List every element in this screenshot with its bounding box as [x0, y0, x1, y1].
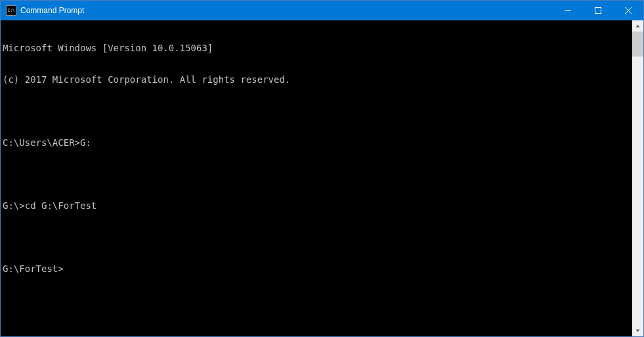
terminal-line: [3, 106, 632, 116]
terminal-line: [3, 169, 632, 179]
terminal-line: C:\Users\ACER>G:: [3, 137, 632, 148]
app-icon-label: C:\: [7, 8, 14, 13]
close-button[interactable]: [613, 1, 643, 20]
terminal-line: Microsoft Windows [Version 10.0.15063]: [3, 43, 632, 53]
chevron-down-icon: [635, 328, 640, 333]
chevron-up-icon: [635, 24, 640, 28]
close-icon: [625, 7, 632, 14]
maximize-icon: [595, 7, 601, 14]
terminal-line: G:\>cd G:\ForTest: [3, 200, 632, 211]
scroll-down-button[interactable]: [632, 325, 643, 336]
titlebar[interactable]: C:\ Command Prompt: [1, 1, 643, 20]
scroll-thumb[interactable]: [632, 32, 643, 56]
vertical-scrollbar[interactable]: [632, 20, 643, 336]
svg-marker-5: [636, 329, 640, 332]
app-icon: C:\: [6, 5, 16, 16]
minimize-button[interactable]: [553, 1, 583, 20]
svg-rect-1: [595, 8, 601, 14]
scroll-track[interactable]: [632, 32, 643, 325]
scroll-up-button[interactable]: [632, 20, 643, 32]
window-controls: [553, 1, 643, 20]
terminal-output[interactable]: Microsoft Windows [Version 10.0.15063] (…: [1, 20, 632, 336]
terminal-line: (c) 2017 Microsoft Corporation. All righ…: [3, 74, 632, 85]
terminal-line: [3, 232, 632, 242]
terminal-line: G:\ForTest>: [3, 263, 632, 274]
svg-marker-4: [636, 24, 640, 27]
maximize-button[interactable]: [583, 1, 613, 20]
command-prompt-window: C:\ Command Prompt Microsoft Windows [Ve…: [0, 0, 644, 337]
minimize-icon: [565, 7, 571, 14]
window-title: Command Prompt: [20, 6, 553, 15]
content-area: Microsoft Windows [Version 10.0.15063] (…: [1, 20, 643, 336]
